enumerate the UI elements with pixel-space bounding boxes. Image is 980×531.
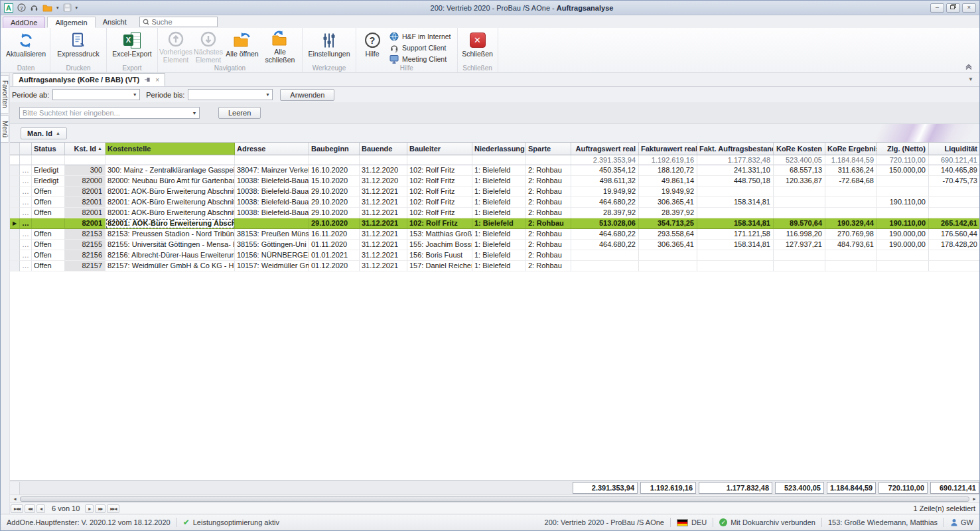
cell-koreKosten[interactable]: 120.336,87 [774,176,825,187]
cell-auftragswert[interactable]: 464.680,22 [571,197,639,208]
cell-koreErgebnis[interactable]: 270.769,98 [825,229,877,240]
cell-faktBestand[interactable]: 241.331,10 [697,165,774,176]
cell-auftragswert[interactable]: 513.028,06 [571,218,639,229]
restore-button[interactable] [946,3,960,13]
cell-indicator[interactable] [10,261,20,271]
excel-export-button[interactable]: X Excel-Export [109,30,155,63]
column-header-faktBestand[interactable]: Fakt. Auftragsbestand [697,143,774,155]
cell-adresse[interactable]: 10038: Bielefeld-Bauamt [235,187,309,197]
cell-sparte[interactable]: 2: Rohbau [526,229,571,240]
cell-kostenstelle[interactable]: 82155: Universität Göttingen - Mensa- Er… [105,240,235,250]
cell-auftragswert[interactable]: 450.354,12 [571,165,639,176]
cell-bauende[interactable]: 31.12.2021 [360,197,407,208]
cell-koreErgebnis[interactable] [825,208,877,218]
row-options-button[interactable]: … [20,261,32,271]
cell-bauleiter[interactable]: 155: Joachim Bossmann [407,240,472,250]
cell-bauende[interactable]: 31.12.2021 [360,218,407,229]
cell-baubeginn[interactable]: 16.10.2020 [309,165,360,176]
cell-bauende[interactable]: 31.12.2021 [360,208,407,218]
cell-faktBestand[interactable]: 158.314,81 [697,197,774,208]
cell-indicator[interactable] [10,187,20,197]
cell-bauleiter[interactable]: 156: Boris Fuust [407,250,472,261]
cell-kostenstelle[interactable]: 82157: Weidmüller GmbH & Co KG - Halle 7 [105,261,235,271]
minimize-button[interactable]: – [930,3,944,13]
next-record-button[interactable]: ▸ [85,504,94,513]
cell-kstId[interactable]: 82156 [65,250,105,261]
cell-kostenstelle[interactable]: 82001: AOK-Büro Erweiterung Abschnitt I.… [105,197,235,208]
cell-fakturawert[interactable]: 354.713,25 [639,218,697,229]
periode-bis-select[interactable]: ▼ [188,89,273,100]
cell-niederlassung[interactable]: 1: Bielefeld [472,208,526,218]
pin-icon[interactable] [144,76,151,83]
group-by-man-id-chip[interactable]: Man. Id ▲ [21,127,67,139]
cell-kstId[interactable]: 82155 [65,240,105,250]
cell-bauleiter[interactable]: 102: Rolf Fritz [407,176,472,187]
cell-baubeginn[interactable]: 01.01.2021 [309,250,360,261]
cell-zlgNetto[interactable]: 150.000,00 [877,165,929,176]
tab-allgemein[interactable]: Allgemein [47,17,95,28]
ribbon-search-input[interactable] [151,18,214,26]
cell-status[interactable]: Offen [32,187,65,197]
cell-fakturawert[interactable]: 49.861,14 [639,176,697,187]
cell-koreKosten[interactable] [774,250,825,261]
row-options-button[interactable]: … [20,176,32,187]
cell-sparte[interactable]: 2: Rohbau [526,218,571,229]
cell-status[interactable]: Offen [32,261,65,271]
einstellungen-button[interactable]: Einstellungen [305,30,354,63]
cell-faktBestand[interactable] [697,187,774,197]
column-header-fakturawert[interactable]: Fakturawert real [639,143,697,155]
cell-status[interactable]: Offen [32,240,65,250]
cell-bauleiter[interactable]: 102: Rolf Fritz [407,187,472,197]
chevron-down-icon[interactable]: ▾ [56,5,59,11]
tab-list-dropdown-icon[interactable]: ▼ [968,76,973,82]
cell-status[interactable]: Offen [32,229,65,240]
cell-status[interactable]: Erledigt [32,165,65,176]
alle-schliessen-button[interactable]: Alle schließen [260,30,300,63]
column-header-liquiditaet[interactable]: Liquidität [929,143,979,155]
sidebar-tab-menue[interactable]: Menü [1,115,9,143]
scroll-left-icon[interactable]: ◂ [11,496,19,502]
aktualisieren-button[interactable]: Aktualisieren [4,30,48,63]
cell-fakturawert[interactable] [639,261,697,271]
cell-baubeginn[interactable]: 15.10.2020 [309,176,360,187]
horizontal-scrollbar[interactable]: ◂ ▸ [10,494,979,502]
cell-indicator[interactable] [10,229,20,240]
cell-kostenstelle[interactable]: 82001: AOK-Büro Erweiterung Abschnitt I.… [105,208,235,218]
column-header-kostenstelle[interactable]: Kostenstelle [105,143,235,155]
cell-bauleiter[interactable]: 102: Rolf Fritz [407,208,472,218]
column-header-bauleiter[interactable]: Bauleiter [407,143,472,155]
language-indicator[interactable]: DEU [691,518,707,526]
cell-koreKosten[interactable]: 116.998,20 [774,229,825,240]
close-button[interactable]: × [962,3,976,13]
cell-status[interactable]: Erledigt [32,176,65,187]
cell-faktBestand[interactable] [697,250,774,261]
cell-niederlassung[interactable]: 1: Bielefeld [472,250,526,261]
cell-kostenstelle[interactable]: 82001: AOK-Büro Erweiterung Abschnitt I.… [105,187,235,197]
cell-zlgNetto[interactable] [877,208,929,218]
cell-liquiditaet[interactable] [929,187,979,197]
cell-indicator[interactable] [10,208,20,218]
cell-status[interactable]: Offen [32,250,65,261]
column-header-auftragswert[interactable]: Auftragswert real [571,143,639,155]
cell-liquiditaet[interactable] [929,250,979,261]
cell-koreErgebnis[interactable] [825,197,877,208]
hilfe-button[interactable]: ? Hilfe [358,30,386,63]
cell-fakturawert[interactable]: 188.120,72 [639,165,697,176]
cell-niederlassung[interactable]: 1: Bielefeld [472,176,526,187]
cell-faktBestand[interactable] [697,261,774,271]
tab-addone[interactable]: AddOne [3,17,45,28]
column-header-adresse[interactable]: Adresse [235,143,309,155]
cell-bauende[interactable]: 31.12.2020 [360,176,407,187]
table-row[interactable]: …Offen8215782157: Weidmüller GmbH & Co K… [10,261,979,271]
column-header-baubeginn[interactable]: Baubeginn [309,143,360,155]
cell-niederlassung[interactable]: 1: Bielefeld [472,187,526,197]
cell-adresse[interactable]: 10038: Bielefeld-Bauamt [235,208,309,218]
column-header-indicator[interactable] [10,143,20,155]
scrollbar-thumb[interactable] [20,496,969,502]
cell-koreErgebnis[interactable]: 311.636,24 [825,165,877,176]
last-record-button[interactable]: ▸▸◂ [107,504,119,513]
cell-bauleiter[interactable]: 102: Rolf Fritz [407,218,472,229]
save-icon[interactable] [63,3,72,12]
cell-fakturawert[interactable]: 28.397,92 [639,208,697,218]
grid-search-box[interactable]: ▼ [19,107,200,119]
